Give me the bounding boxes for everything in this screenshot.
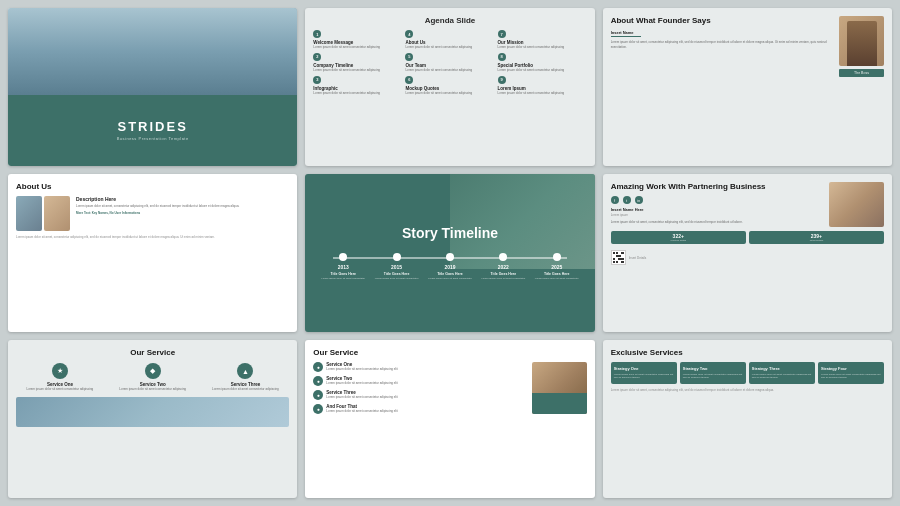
timeline-dot-5 <box>553 253 561 261</box>
timeline-ptitle-5: Title Goes Here <box>544 272 570 276</box>
slide-about-us[interactable]: About Us Description Here Lorem ipsum do… <box>8 174 297 332</box>
service2-item-3: ● Service Three Lorem ipsum dolor sit am… <box>313 390 525 400</box>
timeline-point-1: 2013 Title Goes Here Lorem ipsum dolor s… <box>320 253 367 280</box>
social-icons-row: f t in <box>611 196 824 204</box>
stat-box-1: 322+ Custom Detail <box>611 231 746 244</box>
timeline-dot-3 <box>446 253 454 261</box>
service2-list: ● Service One Lorem ipsum dolor sit amet… <box>313 362 525 414</box>
timeline-point-3: 2019 Title Goes Here Lorem ipsum dolor s… <box>427 253 474 280</box>
founder-title: About What Founder Says <box>611 16 833 26</box>
timeline-ptext-1: Lorem ipsum dolor sit amet consectetur <box>321 277 365 280</box>
exc-card-text-4: Lorem ipsum dolor sit amet consectetur a… <box>821 373 881 380</box>
timeline-point-2: 2015 Title Goes Here Lorem ipsum dolor s… <box>373 253 420 280</box>
service2-content-3: Service Three Lorem ipsum dolor sit amet… <box>326 390 397 400</box>
social-icon-1: f <box>611 196 619 204</box>
timeline-ptitle-1: Title Goes Here <box>330 272 356 276</box>
about-photos <box>16 196 71 231</box>
exc-card-3: Strategy Three Lorem ipsum dolor sit ame… <box>749 362 815 384</box>
agenda-num-8: 6 <box>405 76 413 84</box>
qr-code <box>611 250 626 265</box>
slide-amazing-work[interactable]: Amazing Work With Partnering Business f … <box>603 174 892 332</box>
agenda-item-6: 8 Special Portfolio Lorem ipsum dolor si… <box>498 53 587 73</box>
slide1-brand-area: STRIDES Business Presentation Template <box>8 95 297 166</box>
founder-right: The Boss <box>839 16 884 158</box>
agenda-text-8: Lorem ipsum dolor sit amet consectetur a… <box>405 92 494 96</box>
slide-founder[interactable]: About What Founder Says Insert Name Lore… <box>603 8 892 166</box>
slide-service-2[interactable]: Our Service ● Service One Lorem ipsum do… <box>305 340 594 498</box>
agenda-item-5: 5 Our Team Lorem ipsum dolor sit amet co… <box>405 53 494 73</box>
social-icon-3: in <box>635 196 643 204</box>
people-photo <box>8 8 297 95</box>
exc-card-4: Strategy Four Lorem ipsum dolor sit amet… <box>818 362 884 384</box>
amazing-right <box>829 182 884 227</box>
slide-timeline[interactable]: Story Timeline 2013 Title Goes Here Lore… <box>305 174 594 332</box>
service2-title: Our Service <box>313 348 586 357</box>
service2-icon-4: ● <box>313 404 323 414</box>
service2-icon-2: ● <box>313 376 323 386</box>
agenda-num-1: 1 <box>313 30 321 38</box>
service1-item-1: ★ Service One Lorem ipsum dolor sit amet… <box>16 363 104 392</box>
founder-divider <box>611 36 641 37</box>
timeline-year-3: 2019 <box>444 264 455 270</box>
timeline-dot-1 <box>339 253 347 261</box>
exc-card-title-4: Strategy Four <box>821 366 881 371</box>
boss-figure <box>847 21 877 66</box>
service2-item-4: ● And Four That Lorem ipsum dolor sit am… <box>313 404 525 414</box>
service2-content-2: Service Two Lorem ipsum dolor sit amet c… <box>326 376 397 386</box>
timeline-ptitle-4: Title Goes Here <box>491 272 517 276</box>
agenda-num-2: 4 <box>405 30 413 38</box>
slide-strides[interactable]: STRIDES Business Presentation Template <box>8 8 297 166</box>
service2-icon-1: ● <box>313 362 323 372</box>
agenda-item-8: 6 Mockup Quotes Lorem ipsum dolor sit am… <box>405 76 494 96</box>
exc-card-text-1: Lorem ipsum dolor sit amet consectetur a… <box>614 373 674 380</box>
agenda-title: Agenda Slide <box>313 16 586 25</box>
agenda-item-2: 4 About Us Lorem ipsum dolor sit amet co… <box>405 30 494 50</box>
exc-card-title-1: Strategy One <box>614 366 674 371</box>
slide-service-1[interactable]: Our Service ★ Service One Lorem ipsum do… <box>8 340 297 498</box>
exclusive-bottom: Lorem ipsum dolor sit amet, consectetur … <box>611 388 884 392</box>
agenda-text-6: Lorem ipsum dolor sit amet consectetur a… <box>498 69 587 73</box>
service2-content-1: Service One Lorem ipsum dolor sit amet c… <box>326 362 397 372</box>
slide-exclusive[interactable]: Exclusive Services Strategy One Lorem ip… <box>603 340 892 498</box>
service2-item-1: ● Service One Lorem ipsum dolor sit amet… <box>313 362 525 372</box>
work-image <box>829 182 884 227</box>
photo-1 <box>16 196 42 231</box>
brand-title: STRIDES <box>117 119 187 134</box>
exc-card-1: Strategy One Lorem ipsum dolor sit amet … <box>611 362 677 384</box>
service1-item-3: ▲ Service Three Lorem ipsum dolor sit am… <box>202 363 290 392</box>
timeline-dot-2 <box>393 253 401 261</box>
service1-item-2: ◆ Service Two Lorem ipsum dolor sit amet… <box>109 363 197 392</box>
about-desc-text: Lorem ipsum dolor sit amet, consectetur … <box>76 204 289 208</box>
exc-card-2: Strategy Two Lorem ipsum dolor sit amet … <box>680 362 746 384</box>
about-desc-title: Description Here <box>76 196 289 202</box>
service1-desc-2: Lorem ipsum dolor sit amet consectetur a… <box>119 388 186 392</box>
agenda-grid: 1 Welcome Message Lorem ipsum dolor sit … <box>313 30 586 96</box>
agenda-item-1: 1 Welcome Message Lorem ipsum dolor sit … <box>313 30 402 50</box>
timeline-ptitle-3: Title Goes Here <box>437 272 463 276</box>
stat-label-2: Total Details <box>751 239 882 242</box>
agenda-text-9: Lorem ipsum dolor sit amet consectetur a… <box>498 92 587 96</box>
service1-icon-2: ◆ <box>145 363 161 379</box>
service2-desc-3: Lorem ipsum dolor sit amet consectetur a… <box>326 396 397 400</box>
qr-text: Insert Details <box>629 256 647 260</box>
about-more-text: More Text: Key Names, No User Informatio… <box>76 211 289 215</box>
agenda-item-4: 2 Company Timeline Lorem ipsum dolor sit… <box>313 53 402 73</box>
amazing-title: Amazing Work With Partnering Business <box>611 182 824 192</box>
timeline-ptitle-2: Title Goes Here <box>384 272 410 276</box>
service2-photo <box>532 362 587 414</box>
exc-card-title-2: Strategy Two <box>683 366 743 371</box>
amazing-desc: Lorem ipsum dolor sit amet, consectetur … <box>611 220 824 224</box>
timeline-ptext-4: Lorem ipsum dolor sit amet consectetur <box>481 277 525 280</box>
founder-left: About What Founder Says Insert Name Lore… <box>611 16 833 158</box>
agenda-item-7: 3 Infographic Lorem ipsum dolor sit amet… <box>313 76 402 96</box>
agenda-item-9: 9 Lorem Ipsum Lorem ipsum dolor sit amet… <box>498 76 587 96</box>
about-content: Description Here Lorem ipsum dolor sit a… <box>16 196 289 231</box>
service2-icon-3: ● <box>313 390 323 400</box>
boss-image <box>839 16 884 66</box>
slide-agenda[interactable]: Agenda Slide 1 Welcome Message Lorem ips… <box>305 8 594 166</box>
service1-items: ★ Service One Lorem ipsum dolor sit amet… <box>16 363 289 392</box>
amazing-name: Insert Name Here <box>611 207 824 212</box>
service2-desc-4: Lorem ipsum dolor sit amet consectetur a… <box>326 410 397 414</box>
brand-tagline: Business Presentation Template <box>117 136 189 141</box>
founder-name: Insert Name <box>611 30 833 35</box>
